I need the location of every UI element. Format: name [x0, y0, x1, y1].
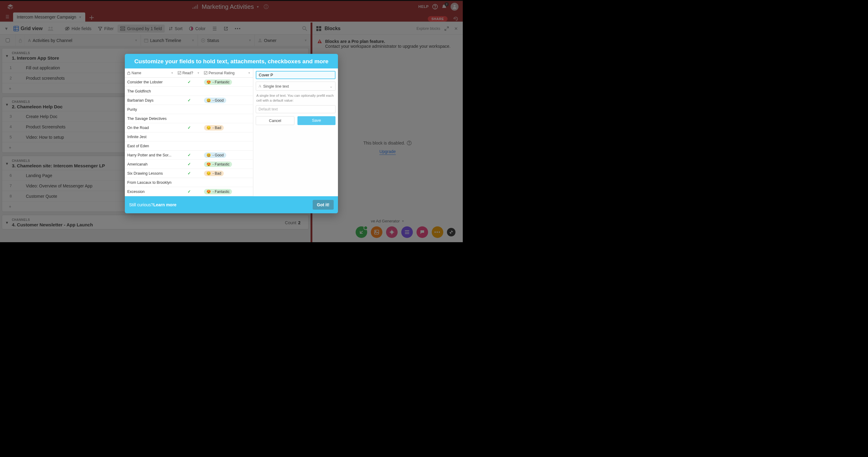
cell-rating: 😔- Bad: [202, 171, 253, 176]
example-row: Excession ✓ 😍- Fantastic: [125, 187, 253, 196]
example-grid: Name▼ Read?▼ Personal Rating▼ Consider t…: [125, 68, 253, 196]
cell-read: ✓: [176, 80, 202, 84]
rating-pill: 😔- Bad: [204, 171, 224, 176]
cell-name: Barbarian Days: [125, 98, 176, 102]
cell-rating: 😃- Good: [202, 153, 253, 158]
modal-footer: Still curious? Learn more Got it!: [125, 196, 338, 213]
cell-rating: 😃- Good: [202, 98, 253, 103]
cell-name: Excession: [125, 190, 176, 194]
cell-read: ✓: [176, 189, 202, 194]
field-type-select[interactable]: A Single line text ⌄: [256, 81, 336, 91]
example-row: The Goldfinch: [125, 87, 253, 96]
checkbox-icon: [204, 71, 207, 74]
cell-name: Americanah: [125, 162, 176, 166]
default-text-input[interactable]: [256, 105, 336, 113]
checkbox-icon: [178, 71, 181, 74]
cell-read: ✓: [176, 125, 202, 130]
field-desc: A single line of text. You can optionall…: [256, 93, 335, 103]
example-row: Consider the Lobster ✓ 😍- Fantastic: [125, 77, 253, 87]
cell-name: On the Road: [125, 126, 176, 130]
cell-read: ✓: [176, 162, 202, 166]
cell-name: Infinite Jest: [125, 135, 176, 139]
svg-rect-51: [128, 73, 130, 74]
example-row: On the Road ✓ 😔- Bad: [125, 123, 253, 132]
modal-title: Customize your fields to hold text, atta…: [125, 54, 338, 68]
cell-read: ✓: [176, 171, 202, 175]
cell-rating: 😍- Fantastic: [202, 189, 253, 194]
lock-icon: [127, 71, 130, 75]
cell-name: The Savage Detectives: [125, 117, 176, 121]
got-it-button[interactable]: Got it!: [313, 200, 334, 209]
rating-pill: 😃- Good: [204, 98, 226, 103]
cell-name: Consider the Lobster: [125, 80, 176, 84]
field-config-panel: A Single line text ⌄ A single line of te…: [253, 68, 338, 196]
cancel-button[interactable]: Cancel: [256, 116, 294, 125]
rating-pill: 😍- Fantastic: [204, 189, 232, 194]
cell-name: Harry Potter and the Sor...: [125, 153, 176, 157]
save-button[interactable]: Save: [298, 116, 336, 125]
example-row: Americanah ✓ 😍- Fantastic: [125, 160, 253, 169]
example-row: Infinite Jest: [125, 132, 253, 141]
example-row: From Lascaux to Brooklyn: [125, 178, 253, 187]
example-row: Barbarian Days ✓ 😃- Good: [125, 96, 253, 105]
cell-read: ✓: [176, 153, 202, 157]
example-row: Six Drawing Lessons ✓ 😔- Bad: [125, 169, 253, 178]
cell-name: From Lascaux to Brooklyn: [125, 181, 176, 185]
learn-more-link[interactable]: Learn more: [153, 202, 176, 207]
cell-read: ✓: [176, 98, 202, 102]
cell-name: Six Drawing Lessons: [125, 171, 176, 175]
example-row: East of Eden: [125, 141, 253, 151]
cell-name: The Goldfinch: [125, 89, 176, 93]
field-name-input[interactable]: [256, 71, 336, 79]
cell-name: Purity: [125, 107, 176, 112]
rating-pill: 😔- Bad: [204, 125, 224, 131]
rating-pill: 😃- Good: [204, 153, 226, 158]
cell-name: East of Eden: [125, 144, 176, 148]
example-row: Purity: [125, 105, 253, 114]
cell-rating: 😔- Bad: [202, 125, 253, 131]
example-row: The Savage Detectives: [125, 114, 253, 123]
cell-rating: 😍- Fantastic: [202, 162, 253, 167]
example-row: Harry Potter and the Sor... ✓ 😃- Good: [125, 151, 253, 160]
cell-rating: 😍- Fantastic: [202, 79, 253, 85]
rating-pill: 😍- Fantastic: [204, 79, 232, 85]
rating-pill: 😍- Fantastic: [204, 162, 232, 167]
onboarding-modal: Customize your fields to hold text, atta…: [125, 54, 338, 213]
